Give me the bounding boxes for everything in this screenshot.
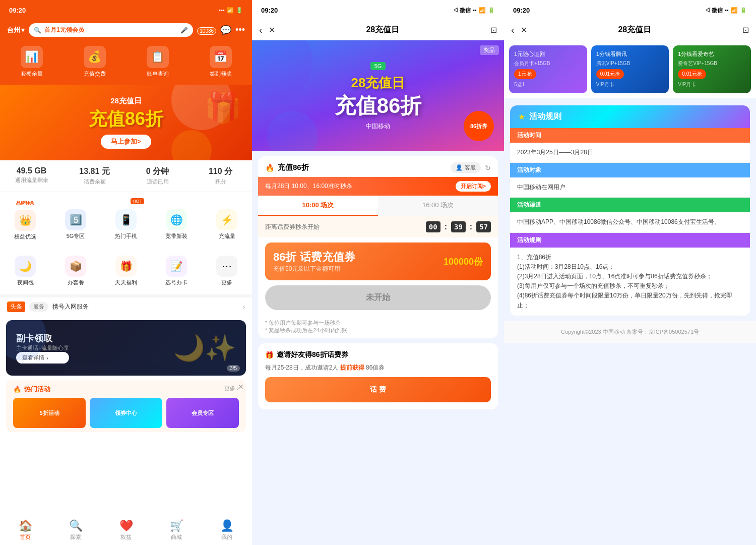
voucher-card-1[interactable]: 1分钱看腾讯 腾讯VIP+15GB 0.01元抢 VIP月卡 [591, 45, 669, 93]
share-button-3[interactable]: ⊡ [742, 25, 749, 35]
bottom-nav: 🏠 首页 🔍 探索 ❤️ 权益 🛒 商城 👤 我的 [0, 515, 252, 545]
nav-icon-2: 📋 [147, 46, 169, 68]
rule-content-1: 中国移动在网用户 [510, 177, 750, 197]
nav-item-3[interactable]: 📅 签到领奖 [210, 46, 232, 78]
mic-icon[interactable]: 🎤 [180, 27, 188, 34]
topbar-title-3: 28充值日 [532, 25, 737, 35]
tab-1000[interactable]: 10:00 场次 [258, 196, 378, 216]
grid-item-3[interactable]: 🌐 宽带新装 [151, 197, 202, 244]
grid-item-8[interactable]: 📝 选号办卡 [151, 244, 202, 289]
nav-item-1[interactable]: 💰 充值交费 [84, 46, 106, 78]
subscribe-button[interactable]: 开启订阅> [456, 181, 491, 192]
rules-header: ★ 活动规则 [510, 105, 750, 128]
bottom-nav-home[interactable]: 🏠 首页 [0, 519, 50, 541]
voucher-card-2[interactable]: 1分钱看爱奇艺 爱奇艺VIP+15GB 0.01元抢 VIP月卡 [673, 45, 751, 93]
hot-item-1[interactable]: 5折活动 [13, 398, 86, 428]
service-badge[interactable]: 10086 [197, 27, 216, 35]
message-icon[interactable]: 💬 [220, 25, 231, 36]
back-button-3[interactable]: ‹ [511, 24, 515, 36]
vc-btn-0[interactable]: 1元 抢 [514, 69, 536, 79]
home-icon: 🏠 [19, 519, 32, 532]
hot-title: 🔥 热门活动 [13, 385, 239, 394]
rules-title: 活动规则 [529, 111, 561, 122]
badge-container[interactable]: 10086 [197, 26, 216, 35]
stat-val-3: 110 分 [189, 166, 252, 177]
digit-min: 39 [451, 221, 466, 232]
hot-more[interactable]: 更多 › [224, 385, 239, 392]
hot-item-3[interactable]: 会员专区 [166, 398, 239, 428]
banner-cta[interactable]: 马上参加> [101, 135, 151, 149]
start-button: 未开始 [265, 285, 491, 310]
close-icon[interactable]: ✕ [238, 383, 244, 391]
bottom-nav-benefits[interactable]: ❤️ 权益 [101, 519, 151, 541]
tab-1600[interactable]: 16:00 场次 [378, 196, 498, 216]
vc-btn-1[interactable]: 0.01元抢 [596, 69, 624, 79]
promo-banner[interactable]: 28充值日 充值86折 马上参加> 🎁 [0, 85, 252, 160]
stat-0[interactable]: 49.5 GB 通用流量剩余 [0, 166, 63, 186]
nav-label-0: 套餐余量 [21, 70, 43, 78]
hero-content: 5G 28充值日 充值86折 中国移动 [335, 61, 422, 131]
grid-item-4[interactable]: ⚡ 充流量 [202, 197, 252, 244]
hero-tag: 5G [370, 62, 386, 70]
status-icons-1: ▪▪▪ 📶 🔋 [219, 7, 243, 14]
page-footer: Copyright©2023 中国移动 备案号：京ICP备05002571号 [504, 321, 756, 343]
bottom-nav-explore[interactable]: 🔍 探索 [50, 519, 101, 541]
voucher-card-0[interactable]: 1元随心追剧 会员月卡+15GB 1元 抢 5选1 [509, 45, 587, 93]
refresh-icon[interactable]: ↻ [485, 164, 491, 172]
hot-activity-items: 5折活动 领券中心 会员专区 [13, 398, 239, 428]
stat-3[interactable]: 110 分 积分 [189, 166, 252, 186]
stat-2[interactable]: 0 分钟 通话已用 [126, 166, 189, 186]
profile-label: 我的 [221, 533, 232, 541]
location-selector[interactable]: 台州 ▾ [7, 26, 25, 35]
headline-bar[interactable]: 头条 服务 携号入网服务 › [0, 294, 252, 316]
rule-label-0: 活动时间 [510, 128, 750, 143]
grid-item-1[interactable]: 5️⃣ 5G专区 [50, 197, 101, 244]
banner-content: 28充值日 充值86折 马上参加> [89, 96, 163, 149]
grid-item-2[interactable]: HOT 📱 热门手机 [101, 197, 151, 244]
grid-label-9: 更多 [221, 279, 232, 286]
more-icon[interactable]: ••• [235, 25, 245, 35]
close-button-2[interactable]: ✕ [269, 25, 275, 35]
rules-body: 活动时间 2023年3月25日——3月28日 活动对象 中国移动在网用户 活动渠… [510, 128, 750, 316]
invite-button[interactable]: 话 费 [265, 377, 491, 402]
colon-1: : [445, 222, 447, 231]
home-label: 首页 [20, 533, 31, 541]
back-button-2[interactable]: ‹ [259, 24, 263, 36]
status-bar-1: 09:20 ▪▪▪ 📶 🔋 [0, 0, 252, 20]
vc-footer-0: 5选1 [514, 81, 582, 88]
hot-item-2[interactable]: 领券中心 [90, 398, 162, 428]
grid-icon-3: 🌐 [166, 209, 187, 230]
chevron-icon: › [46, 355, 48, 361]
grid-item-7[interactable]: 🎁 天天福利 [101, 244, 151, 289]
grid-icon-1: 5️⃣ [65, 209, 86, 230]
vc-btn-2[interactable]: 0.01元抢 [678, 69, 706, 79]
nav-label-2: 账单查询 [147, 70, 169, 78]
bottom-nav-shop[interactable]: 🛒 商城 [151, 519, 202, 541]
voucher-count: 100000份 [444, 256, 483, 268]
grid-icon-7: 🎁 [115, 256, 137, 277]
nav-item-2[interactable]: 📋 账单查询 [147, 46, 169, 78]
card-banner[interactable]: 副卡领取 主卡通话+流量随心享 查看详情 › 🌙✨ 3/5 [6, 320, 246, 376]
rule-label-1: 活动对象 [510, 163, 750, 177]
grid-label-3: 宽带新装 [165, 232, 187, 240]
grid-item-9[interactable]: ⋯ 更多 [202, 244, 252, 289]
grid-item-0[interactable]: 品牌秒杀 👑 权益优选 [0, 197, 50, 244]
status-bar-3: 09:20 ◁ 微信 ▪▪ 📶 🔋 [504, 0, 756, 20]
share-button-2[interactable]: ⊡ [490, 25, 497, 35]
close-button-3[interactable]: ✕ [521, 25, 527, 35]
search-bar[interactable]: 🔍 首月1元领会员 🎤 [29, 23, 193, 37]
vc-footer-1: VIP月卡 [596, 81, 664, 88]
grid-item-5[interactable]: 🌙 夜间包 [0, 244, 50, 289]
colon-2: : [470, 222, 472, 231]
nav-item-0[interactable]: 📊 套餐余量 [21, 46, 43, 78]
topbar-2: ‹ ✕ 28充值日 ⊡ [252, 20, 504, 40]
stat-1[interactable]: 13.81 元 话费余额 [63, 166, 126, 186]
service-button[interactable]: 👤 客服 [451, 162, 481, 173]
rule-content-0: 2023年3月25日——3月28日 [510, 143, 750, 162]
invite-section: 🎁 邀请好友得86折话费券 每月25-28日，成功邀请2人 提前获得 86值券 … [258, 343, 498, 409]
signal-icon-3: ▪▪ [725, 7, 729, 13]
banner-date: 28充值日 [89, 96, 163, 106]
battery-icon-3: 🔋 [740, 7, 747, 14]
bottom-nav-profile[interactable]: 👤 我的 [202, 519, 252, 541]
grid-item-6[interactable]: 📦 办套餐 [50, 244, 101, 289]
